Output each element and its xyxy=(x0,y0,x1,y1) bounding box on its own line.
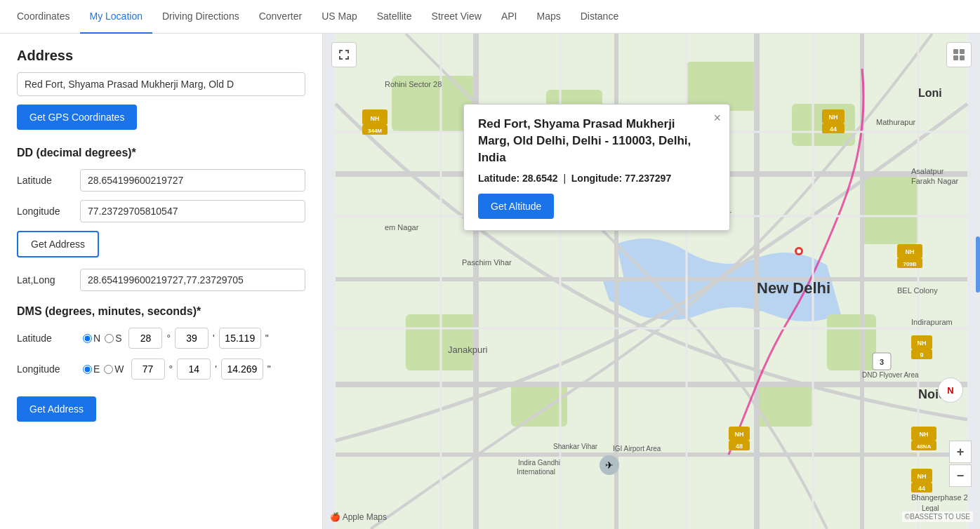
svg-text:Indira Gandhi: Indira Gandhi xyxy=(518,459,560,467)
svg-rect-65 xyxy=(960,49,965,54)
svg-text:NH: NH xyxy=(371,115,380,122)
dms-lat-s-label[interactable]: S xyxy=(105,333,121,344)
svg-text:Loni: Loni xyxy=(918,87,942,99)
nav-item-driving-directions[interactable]: Driving Directions xyxy=(152,0,249,34)
svg-text:NH: NH xyxy=(920,431,929,438)
map-layers-icon xyxy=(952,48,966,62)
nav-item-api[interactable]: API xyxy=(491,0,527,34)
dms-lat-deg-input[interactable] xyxy=(128,328,162,349)
map-view-btn[interactable] xyxy=(946,42,972,67)
svg-text:em Nagar: em Nagar xyxy=(385,223,419,232)
scrollbar[interactable] xyxy=(976,236,980,293)
map-area[interactable]: NH 344M NH 44 NH 709B NH 9 NH 48 xyxy=(323,34,980,529)
svg-text:DND Flyover Area: DND Flyover Area xyxy=(862,371,919,379)
svg-rect-5 xyxy=(862,174,918,244)
svg-rect-67 xyxy=(960,55,965,60)
dms-lng-e-radio[interactable] xyxy=(83,365,92,374)
dms-lat-s-radio[interactable] xyxy=(105,334,114,343)
dms-lat-radio-group: N S xyxy=(83,333,121,344)
svg-rect-66 xyxy=(953,55,958,60)
popup-lng-value: 77.237297 xyxy=(625,173,671,184)
dms-lng-min-input[interactable] xyxy=(177,359,211,380)
svg-text:✈: ✈ xyxy=(605,460,614,471)
dms-lat-sec-symbol: " xyxy=(265,333,269,344)
longitude-input[interactable] xyxy=(80,200,305,222)
dms-lng-min-symbol: ' xyxy=(215,363,217,375)
dms-lat-n-label[interactable]: N xyxy=(83,333,100,344)
get-address-btn-2[interactable]: Get Address xyxy=(17,396,96,422)
popup-close-btn[interactable]: × xyxy=(713,112,721,124)
latlong-input[interactable] xyxy=(80,269,305,291)
nav-item-us-map[interactable]: US Map xyxy=(312,0,367,34)
svg-text:Indirapuram: Indirapuram xyxy=(911,318,953,326)
dms-lat-min-input[interactable] xyxy=(175,328,208,349)
dms-longitude-row: Longitude E W ° ' " xyxy=(17,359,305,380)
svg-text:NH: NH xyxy=(918,473,927,480)
svg-rect-9 xyxy=(827,314,876,370)
svg-text:International: International xyxy=(517,468,555,476)
dms-lng-label: Longitude xyxy=(17,363,80,375)
nav-item-satellite[interactable]: Satellite xyxy=(367,0,422,34)
svg-text:Asalatpur: Asalatpur xyxy=(911,167,944,175)
get-address-btn[interactable]: Get Address xyxy=(17,231,99,257)
svg-text:New Delhi: New Delhi xyxy=(757,279,830,297)
get-altitude-btn[interactable]: Get Altitude xyxy=(478,194,554,219)
svg-text:709B: 709B xyxy=(903,261,916,267)
nav-bar: Coordinates My Location Driving Directio… xyxy=(0,0,980,34)
fullscreen-btn[interactable] xyxy=(331,42,357,67)
dms-lng-deg-symbol: ° xyxy=(169,363,173,375)
nav-item-distance[interactable]: Distance xyxy=(571,0,628,34)
latitude-input[interactable] xyxy=(80,169,305,192)
map-attribution: ©BASSETS TO USE xyxy=(902,511,973,522)
longitude-label: Longitude xyxy=(17,206,80,217)
dms-lng-e-label[interactable]: E xyxy=(83,363,100,375)
dms-latitude-row: Latitude N S ° ' " xyxy=(17,328,305,349)
svg-text:NH: NH xyxy=(906,248,915,255)
map-logo: 🍎 Apple Maps xyxy=(330,512,387,522)
compass: N xyxy=(938,377,963,403)
svg-text:Paschim Vihar: Paschim Vihar xyxy=(462,258,512,267)
nav-item-my-location[interactable]: My Location xyxy=(80,0,152,34)
zoom-controls: N + − xyxy=(949,434,972,487)
svg-text:44: 44 xyxy=(830,126,837,133)
nav-item-coordinates[interactable]: Coordinates xyxy=(7,0,80,34)
latlong-row: Lat,Long xyxy=(17,269,305,291)
svg-text:344M: 344M xyxy=(368,128,382,134)
dms-lng-sec-symbol: " xyxy=(267,363,271,375)
zoom-out-btn[interactable]: − xyxy=(949,464,972,487)
dms-lat-n-radio[interactable] xyxy=(83,334,92,343)
nav-item-converter[interactable]: Converter xyxy=(249,0,312,34)
popup-title: Red Fort, Shyama Prasad Mukherji Marg, O… xyxy=(478,116,715,166)
svg-text:NH: NH xyxy=(918,340,927,347)
latlong-label: Lat,Long xyxy=(17,274,80,286)
dms-lat-min-symbol: ' xyxy=(213,333,215,344)
dms-lng-deg-input[interactable] xyxy=(131,359,165,380)
zoom-in-btn[interactable]: + xyxy=(949,441,972,463)
svg-point-41 xyxy=(797,249,801,253)
svg-text:Mathurapur: Mathurapur xyxy=(876,118,916,126)
gps-btn[interactable]: Get GPS Coordinates xyxy=(17,105,137,130)
dms-lng-sec-input[interactable] xyxy=(221,359,263,380)
svg-text:48NA: 48NA xyxy=(917,443,932,450)
nav-item-street-view[interactable]: Street View xyxy=(422,0,491,34)
svg-text:Farakh Nagar: Farakh Nagar xyxy=(911,177,959,185)
svg-text:Bhangerphase 2: Bhangerphase 2 xyxy=(911,493,968,502)
popup-lng-label: Longitude: xyxy=(571,173,622,184)
dms-lng-w-radio[interactable] xyxy=(104,365,113,374)
svg-text:NH: NH xyxy=(735,431,744,438)
left-panel: Address Get GPS Coordinates DD (decimal … xyxy=(0,34,323,529)
svg-text:Rohini Sector 28: Rohini Sector 28 xyxy=(385,80,442,88)
dms-section-title: DMS (degrees, minutes, seconds)* xyxy=(17,305,305,318)
svg-text:Janakpuri: Janakpuri xyxy=(448,344,487,355)
svg-text:IGI Airport Area: IGI Airport Area xyxy=(613,445,661,453)
dms-lat-deg-symbol: ° xyxy=(166,333,171,344)
longitude-row: Longitude xyxy=(17,200,305,222)
address-input[interactable] xyxy=(17,72,305,96)
popup-coords: Latitude: 28.6542 | Longitude: 77.237297 xyxy=(478,173,715,184)
address-section-title: Address xyxy=(17,48,305,64)
svg-text:48: 48 xyxy=(736,443,743,450)
svg-text:9: 9 xyxy=(920,351,923,359)
dms-lng-w-label[interactable]: W xyxy=(104,363,124,375)
nav-item-maps[interactable]: Maps xyxy=(527,0,570,34)
dms-lat-sec-input[interactable] xyxy=(219,328,261,349)
